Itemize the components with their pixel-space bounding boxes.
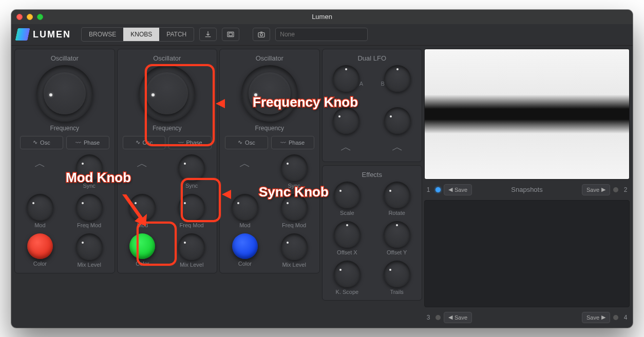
osc3-osc-button[interactable]: ∿Osc	[225, 136, 268, 149]
snapshot-slot-3: 3	[424, 314, 432, 321]
fx-rotate-knob[interactable]	[384, 182, 410, 208]
window-title: Lumen	[11, 13, 633, 21]
search-input[interactable]	[275, 28, 368, 41]
zoom-window-icon[interactable]	[37, 14, 43, 20]
tab-browse[interactable]: BROWSE	[82, 28, 123, 41]
fx-offset-y-knob[interactable]	[384, 221, 410, 248]
osc1-shape-chevron-icon[interactable]: ︿	[27, 154, 53, 173]
osc2-mod-knob[interactable]	[129, 194, 156, 221]
minimize-window-icon[interactable]	[27, 14, 33, 20]
osc1-sync-knob[interactable]	[76, 154, 103, 181]
osc2-sync-knob[interactable]	[178, 154, 205, 181]
snapshot-save-right-4[interactable]: Save ▶	[582, 312, 610, 323]
osc1-panel: Oscillator Frequency ∿Osc 〰Phase ︿ Sync …	[14, 49, 115, 273]
osc3-color-swatch[interactable]	[232, 233, 258, 259]
osc1-osc-button[interactable]: ∿Osc	[20, 136, 63, 149]
osc2-shape-chevron-icon[interactable]: ︿	[129, 154, 156, 173]
fx-trails-knob[interactable]	[384, 261, 410, 287]
snapshot-slot-2: 2	[621, 186, 630, 193]
logo-mark-icon	[15, 28, 30, 41]
content: Oscillator Frequency ∿Osc 〰Phase ︿ Sync …	[11, 46, 633, 328]
osc1-freq-mod-knob[interactable]	[76, 194, 103, 221]
osc1-phase-button[interactable]: 〰Phase	[66, 136, 109, 149]
osc2-mix-knob[interactable]	[178, 233, 205, 260]
osc3-frequency-label: Frequency	[225, 125, 314, 132]
snapshot-save-right-2[interactable]: Save ▶	[582, 184, 610, 195]
osc2-frequency-label: Frequency	[123, 125, 212, 132]
osc2-osc-button[interactable]: ∿Osc	[123, 136, 166, 149]
osc2-frequency-knob[interactable]	[139, 65, 195, 122]
close-window-icon[interactable]	[16, 14, 23, 20]
lfo-b-rate-knob[interactable]	[384, 65, 411, 92]
lfo-a-amount-knob[interactable]	[333, 107, 359, 134]
osc2-color-swatch[interactable]	[129, 233, 155, 259]
svg-point-3	[260, 33, 263, 36]
osc3-shape-chevron-icon[interactable]: ︿	[232, 154, 258, 173]
osc3-phase-button[interactable]: 〰Phase	[271, 136, 314, 149]
snapshot-pad[interactable]	[424, 200, 630, 307]
snapshot-save-left-3[interactable]: ◀ Save	[444, 312, 472, 323]
snapshot-1-indicator-icon	[435, 187, 441, 192]
tab-knobs[interactable]: KNOBS	[123, 28, 159, 41]
snapshot-3-indicator-icon	[435, 315, 441, 320]
osc3-frequency-knob[interactable]	[241, 65, 298, 122]
lfo-b-label: B	[381, 81, 384, 87]
wave-icon: 〰	[178, 140, 184, 146]
osc1-frequency-label: Frequency	[20, 125, 109, 132]
lfo-b-amount-knob[interactable]	[384, 107, 411, 134]
dual-lfo-panel: Dual LFO A B ︿ ︿	[322, 49, 423, 162]
snapshot-slot-4: 4	[621, 314, 630, 321]
osc2-freq-mod-knob[interactable]	[178, 194, 205, 221]
effects-title: Effects	[328, 171, 417, 179]
right-column: Dual LFO A B ︿ ︿ Eff	[322, 49, 423, 325]
effects-panel: Effects Scale Rotate Offset X Offset Y K…	[322, 165, 423, 301]
app-logo: LUMEN	[16, 28, 71, 41]
lfo-b-shape-chevron-icon[interactable]: ︿	[384, 138, 411, 156]
lfo-a-rate-knob[interactable]	[333, 65, 359, 92]
sine-icon: ∿	[136, 139, 140, 146]
osc2-phase-button[interactable]: 〰Phase	[168, 136, 212, 149]
main-toolbar: LUMEN BROWSE KNOBS PATCH	[11, 24, 633, 46]
osc3-sync-knob[interactable]	[281, 154, 308, 181]
sine-icon: ∿	[238, 139, 242, 146]
osc1-title: Oscillator	[20, 54, 109, 62]
layout-icon[interactable]	[222, 28, 239, 41]
app-window: Lumen LUMEN BROWSE KNOBS PATCH Oscillato…	[11, 10, 633, 328]
fx-offset-x-knob[interactable]	[334, 221, 361, 248]
osc3-mix-knob[interactable]	[281, 233, 308, 260]
view-tabs: BROWSE KNOBS PATCH	[81, 27, 194, 42]
camera-icon[interactable]	[253, 28, 270, 41]
osc3-freq-mod-knob[interactable]	[281, 194, 308, 221]
osc3-mod-knob[interactable]	[232, 194, 258, 221]
output-preview	[424, 49, 630, 180]
osc2-panel: Oscillator Frequency ∿Osc 〰Phase ︿ Sync …	[117, 49, 218, 273]
osc-column-3: Oscillator Frequency ∿Osc 〰Phase ︿ Sync …	[219, 49, 320, 325]
app-name: LUMEN	[33, 29, 71, 40]
osc2-title: Oscillator	[123, 54, 212, 62]
download-icon[interactable]	[199, 28, 217, 41]
lfo-a-label: A	[359, 81, 363, 87]
fx-kscope-knob[interactable]	[334, 261, 361, 287]
osc1-frequency-knob[interactable]	[36, 65, 93, 122]
fx-scale-knob[interactable]	[334, 182, 361, 208]
osc1-color-swatch[interactable]	[27, 233, 53, 259]
osc-column-1: Oscillator Frequency ∿Osc 〰Phase ︿ Sync …	[14, 49, 115, 325]
snapshot-save-left-1[interactable]: ◀ Save	[444, 184, 472, 195]
snapshot-bar-bottom: 3 ◀ Save Save ▶ 4	[424, 310, 630, 325]
preview-area: 1 ◀ Save Snapshots Save ▶ 2 3 ◀ Save Sav…	[422, 46, 633, 328]
sine-icon: ∿	[33, 139, 37, 146]
snapshot-bar-top: 1 ◀ Save Snapshots Save ▶ 2	[424, 183, 630, 197]
svg-rect-1	[229, 33, 233, 35]
knobs-area: Oscillator Frequency ∿Osc 〰Phase ︿ Sync …	[11, 46, 422, 328]
osc1-mix-knob[interactable]	[76, 233, 103, 260]
preview-image	[425, 49, 629, 179]
snapshots-title: Snapshots	[475, 186, 579, 193]
snapshot-2-indicator-icon	[613, 187, 618, 192]
lfo-a-shape-chevron-icon[interactable]: ︿	[333, 138, 359, 156]
osc1-mod-knob[interactable]	[27, 194, 53, 221]
tab-patch[interactable]: PATCH	[159, 28, 194, 41]
search-field[interactable]	[275, 28, 368, 41]
osc3-panel: Oscillator Frequency ∿Osc 〰Phase ︿ Sync …	[219, 49, 320, 273]
titlebar: Lumen	[11, 10, 633, 24]
snapshot-4-indicator-icon	[613, 315, 618, 320]
